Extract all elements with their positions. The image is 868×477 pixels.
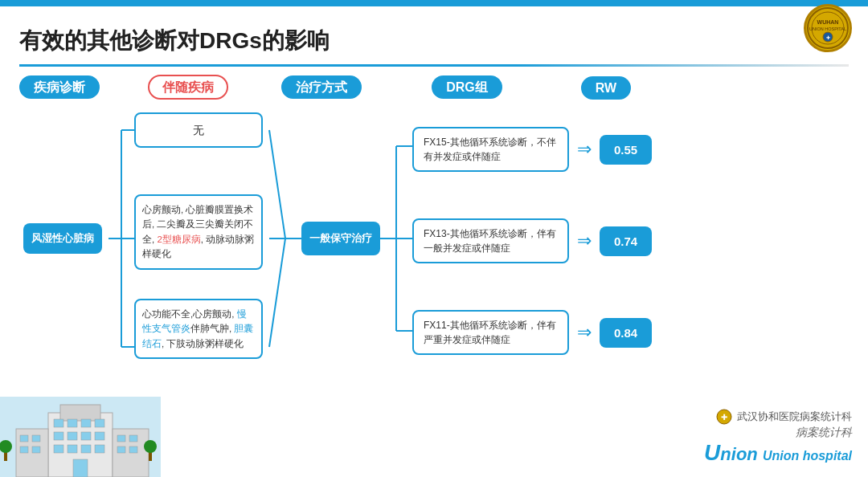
highlight-diabetes: 2型糖尿病	[157, 234, 200, 244]
footer-hospital-word: Union hospital	[763, 449, 852, 463]
header-rw-badge: RW	[581, 76, 631, 100]
svg-rect-27	[54, 432, 63, 440]
svg-rect-40	[32, 446, 40, 453]
header-treatment: 治疗方式	[281, 80, 362, 96]
header-treatment-badge: 治疗方式	[281, 75, 362, 99]
companion-col: 无 心房颤动, 心脏瓣膜置换术后, 二尖瓣及三尖瓣关闭不全, 2型糖尿病, 动脉…	[134, 106, 269, 371]
rw-3-box: 0.84	[600, 318, 652, 348]
svg-rect-23	[54, 419, 63, 427]
arrow-drg1-rw1: ⇒	[577, 139, 592, 160]
svg-rect-33	[81, 445, 91, 453]
svg-text:✚: ✚	[826, 35, 830, 40]
top-bar	[0, 0, 868, 6]
svg-rect-35	[73, 459, 88, 477]
svg-line-11	[269, 130, 285, 238]
svg-rect-43	[129, 435, 137, 442]
footer-logo-text: 武汉协和医院病案统计科	[737, 410, 852, 424]
title-divider	[19, 64, 849, 67]
svg-rect-39	[20, 446, 28, 453]
svg-rect-44	[117, 446, 125, 453]
footer-logo-icon: ✚	[716, 409, 732, 425]
headers-row: 疾病诊断 伴随疾病 治疗方式 DRG组 RW	[19, 80, 849, 96]
companion-mid-box: 心房颤动, 心脏瓣膜置换术后, 二尖瓣及三尖瓣关闭不全, 2型糖尿病, 动脉动脉…	[134, 194, 263, 270]
svg-rect-38	[32, 435, 40, 442]
svg-rect-42	[117, 435, 125, 442]
treatment-node: 一般保守治疗	[301, 222, 380, 255]
svg-rect-26	[95, 419, 104, 427]
footer-logo-area: ✚ 武汉协和医院病案统计科 病案统计科 Union Union hospital	[704, 409, 852, 466]
companion-none-box: 无	[134, 112, 263, 148]
drg-fx11-box: FX11-其他循环系统诊断，伴有严重并发症或伴随症	[412, 310, 569, 355]
disease-col: 风湿性心脏病	[23, 223, 108, 254]
svg-rect-28	[68, 432, 77, 440]
companion-none-container: 无	[134, 112, 263, 148]
drg-row-1: FX15-其他循环系统诊断，不伴有并发症或伴随症 ⇒ 0.55	[412, 127, 652, 172]
svg-rect-24	[68, 419, 77, 427]
arrow-drg2-rw2: ⇒	[577, 230, 592, 251]
arrow-drg3-rw3: ⇒	[577, 322, 592, 343]
header-companion: 伴随疾病	[119, 80, 257, 96]
flow-area: 风湿性心脏病 无 心房颤动, 心脏瓣膜置换术后, 二尖瓣及	[19, 106, 849, 371]
footer-logo-row: ✚ 武汉协和医院病案统计科	[704, 409, 852, 425]
footer-hospital-sub: 病案统计科	[796, 426, 852, 438]
disease-node: 风湿性心脏病	[23, 223, 102, 254]
page-title: 有效的其他诊断对DRGs的影响	[19, 26, 849, 56]
svg-rect-31	[54, 445, 63, 453]
treatment-col: 一般保守治疗	[301, 106, 380, 371]
svg-rect-22	[60, 405, 100, 421]
footer-union-U: U	[704, 440, 720, 465]
header-disease: 疾病诊断	[19, 80, 93, 96]
companion-to-treatment-svg	[269, 106, 301, 371]
svg-text:UNION HOSPITAL: UNION HOSPITAL	[809, 26, 846, 31]
header-drg: DRG组	[383, 80, 551, 96]
rw-1-box: 0.55	[600, 135, 652, 165]
svg-line-13	[269, 238, 285, 347]
svg-rect-34	[95, 445, 104, 453]
svg-rect-30	[95, 432, 104, 440]
companion-severe-box: 心功能不全,心房颤动, 慢性支气管炎伴肺气肿, 胆囊结石, 下肢动脉粥样硬化	[134, 299, 263, 359]
svg-rect-32	[68, 445, 77, 453]
drg-fx13-box: FX13-其他循环系统诊断，伴有一般并发症或伴随症	[412, 218, 569, 263]
svg-text:WUHAN: WUHAN	[817, 19, 839, 25]
header-disease-badge: 疾病诊断	[19, 75, 100, 99]
treatment-to-drg-svg	[380, 106, 412, 371]
drg-fx15-box: FX15-其他循环系统诊断，不伴有并发症或伴随症	[412, 127, 569, 172]
highlight-bronchitis: 慢性支气管炎	[142, 309, 247, 333]
svg-rect-29	[81, 432, 91, 440]
rw-2-box: 0.74	[600, 226, 652, 256]
hospital-logo-circle: WUHAN UNION HOSPITAL ✚	[804, 4, 852, 52]
hospital-logo: WUHAN UNION HOSPITAL ✚	[804, 4, 852, 52]
main-container: WUHAN UNION HOSPITAL ✚ 有效的其他诊断对DRGs的影响 疾…	[0, 0, 868, 477]
building-illustration	[0, 397, 161, 477]
companion-mid-container: 心房颤动, 心脏瓣膜置换术后, 二尖瓣及三尖瓣关闭不全, 2型糖尿病, 动脉动脉…	[134, 194, 263, 270]
companion-severe-container: 心功能不全,心房颤动, 慢性支气管炎伴肺气肿, 胆囊结石, 下肢动脉粥样硬化	[134, 299, 263, 359]
footer-union-label: Union Union hospital	[704, 444, 852, 464]
footer-hospital-name: 病案统计科 Union Union hospital	[704, 425, 852, 466]
svg-point-49	[144, 440, 157, 453]
header-rw: RW	[577, 81, 635, 96]
header-companion-badge: 伴随疾病	[148, 75, 228, 100]
svg-rect-25	[81, 419, 91, 427]
svg-text:✚: ✚	[721, 413, 727, 422]
svg-rect-45	[129, 446, 137, 453]
branch-lines-svg	[108, 106, 134, 371]
svg-rect-37	[20, 435, 28, 442]
header-drg-badge: DRG组	[432, 75, 502, 99]
drg-row-2: FX13-其他循环系统诊断，伴有一般并发症或伴随症 ⇒ 0.74	[412, 218, 652, 263]
drg-row-3: FX11-其他循环系统诊断，伴有严重并发症或伴随症 ⇒ 0.84	[412, 310, 652, 355]
